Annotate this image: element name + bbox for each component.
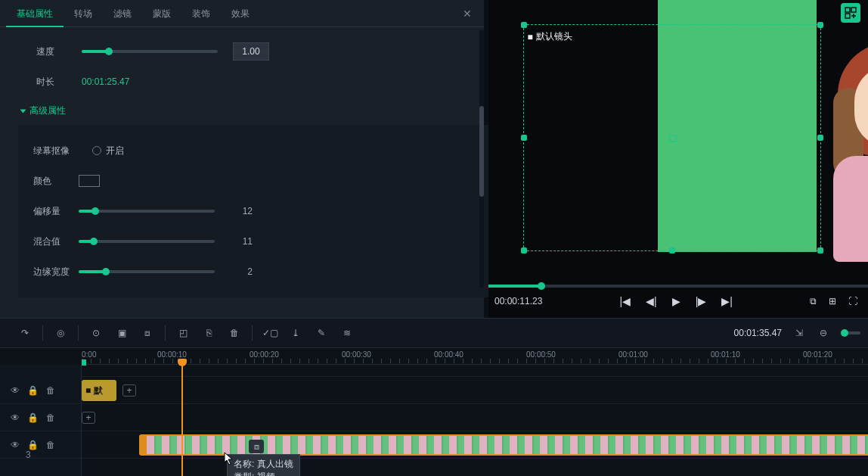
camera-label-text: 默认镜头: [536, 30, 572, 43]
ruler-tick: 00:00:40: [434, 350, 463, 359]
snapshot-button[interactable]: ⧉: [810, 296, 817, 306]
lock-toggle[interactable]: 🔒: [27, 440, 39, 450]
tab-basic[interactable]: 基础属性: [6, 0, 64, 27]
visibility-toggle[interactable]: 👁: [11, 412, 20, 423]
properties-panel: 基础属性 转场 滤镜 蒙版 装饰 效果 ✕ 速度 1.00 时长 00:01:2…: [0, 0, 484, 318]
marker-lane[interactable]: [82, 365, 868, 377]
color-swatch[interactable]: [79, 175, 100, 187]
ruler-tick: 00:01:10: [711, 350, 740, 359]
redo-button[interactable]: ↶: [18, 326, 32, 340]
time-ruler[interactable]: 0:00 00:00:10 00:00:20 00:00:30 00:00:40…: [82, 348, 868, 365]
advanced-section-header[interactable]: 高级属性: [21, 104, 466, 117]
next-frame-button[interactable]: |▶: [696, 295, 707, 307]
duration-value: 00:01:25.47: [82, 76, 129, 87]
edge-slider[interactable]: [79, 270, 215, 273]
clip-add-handle[interactable]: +: [82, 412, 95, 424]
color-label: 颜色: [33, 175, 79, 188]
duration-label: 时长: [36, 76, 82, 89]
track-3[interactable]: ⧈: [82, 431, 868, 459]
ruler-tick: 00:01:20: [803, 350, 832, 359]
close-panel-button[interactable]: ✕: [457, 8, 478, 20]
delete-button[interactable]: 🗑: [228, 326, 241, 340]
split-clip-button[interactable]: ⧈: [141, 326, 154, 340]
advanced-box: 绿幕抠像 开启 颜色 偏移量 12 混合值 11 边缘宽度 2: [18, 125, 496, 297]
lock-toggle[interactable]: 🔒: [27, 385, 39, 396]
ruler-tick: 0:00: [82, 350, 96, 359]
copy-button[interactable]: ⎘: [202, 326, 215, 340]
image-button[interactable]: ✓▢: [263, 326, 277, 340]
clip-label: 默: [94, 384, 103, 397]
tab-transition[interactable]: 转场: [64, 0, 103, 27]
delete-track-button[interactable]: 🗑: [46, 385, 55, 396]
visibility-toggle[interactable]: 👁: [11, 440, 20, 450]
clip-split-button[interactable]: ⧈: [249, 440, 264, 453]
timeline-lanes: ■ 默 + + ⧈: [82, 365, 868, 476]
ruler-tick: 00:00:20: [250, 350, 279, 359]
playhead[interactable]: [181, 365, 183, 476]
offset-slider[interactable]: [79, 210, 215, 213]
prev-clip-button[interactable]: |◀: [619, 295, 631, 307]
fit-button[interactable]: ⇲: [792, 326, 806, 340]
selection-box[interactable]: [523, 24, 821, 251]
export-button[interactable]: ⤓: [289, 326, 302, 340]
toolbar-time: 00:01:35.47: [734, 328, 782, 338]
chroma-toggle[interactable]: 开启: [92, 145, 124, 157]
layers-button[interactable]: ≋: [340, 326, 354, 340]
ruler-tick: 00:00:30: [342, 350, 371, 359]
mouse-cursor: [224, 452, 234, 464]
delete-track-button[interactable]: 🗑: [46, 440, 55, 450]
clip-add-handle[interactable]: +: [122, 384, 136, 397]
track-3-label: 3: [26, 450, 31, 460]
tab-effect[interactable]: 效果: [221, 0, 260, 27]
ruler-tick: 00:01:00: [618, 350, 648, 359]
mark-out-button[interactable]: ▣: [115, 326, 129, 340]
property-tabs: 基础属性 转场 滤镜 蒙版 装饰 效果 ✕: [0, 0, 484, 27]
tooltip-name-label: 名称:: [234, 459, 254, 469]
clip-camera[interactable]: ■ 默: [82, 380, 116, 401]
track-2[interactable]: +: [82, 404, 868, 431]
clip-video-main[interactable]: ⧈: [139, 434, 868, 456]
zoom-out-button[interactable]: ⊖: [817, 326, 830, 340]
property-body: 速度 1.00 时长 00:01:25.47 高级属性 绿幕抠像 开启 颜色 偏…: [0, 27, 484, 306]
visibility-toggle[interactable]: 👁: [11, 385, 20, 396]
edge-value: 2: [230, 266, 253, 277]
tab-mask[interactable]: 蒙版: [142, 0, 181, 27]
fullscreen-button[interactable]: ⛶: [848, 296, 857, 306]
track-header-1: 👁 🔒 🗑: [0, 377, 81, 404]
target-button[interactable]: ◎: [54, 326, 67, 340]
grid-button[interactable]: ⊞: [829, 296, 836, 306]
blend-label: 混合值: [33, 235, 79, 248]
playback-controls: 00:00:11.23 |◀ ◀| ▶ |▶ ▶| ⧉ ⊞ ⛶: [488, 291, 868, 312]
timeline-toolbar: ↶ ◎ ⊙ ▣ ⧈ ◰ ⎘ 🗑 ✓▢ ⤓ ✎ ≋ 00:01:35.47 ⇲ ⊖: [0, 318, 868, 348]
camera-icon: ■: [528, 32, 533, 42]
edit-button[interactable]: ✎: [315, 326, 328, 340]
tooltip-type-label: 类型:: [234, 471, 254, 476]
svg-rect-1: [851, 8, 856, 12]
timeline-panel: 0:00 00:00:10 00:00:20 00:00:30 00:00:40…: [0, 348, 868, 476]
blend-slider[interactable]: [79, 240, 215, 243]
preview-progress[interactable]: [488, 285, 868, 288]
ruler-tick: 00:00:10: [157, 350, 187, 359]
edge-label: 边缘宽度: [33, 266, 79, 278]
track-1[interactable]: ■ 默 +: [82, 377, 868, 404]
tab-decorate[interactable]: 装饰: [181, 0, 221, 27]
preview-canvas[interactable]: ■ 默认镜头: [507, 0, 851, 272]
prev-frame-button[interactable]: ◀|: [646, 295, 657, 307]
track-header-3: 👁 🔒 🗑: [0, 431, 81, 459]
next-clip-button[interactable]: ▶|: [721, 295, 733, 307]
camera-icon: ■: [85, 385, 91, 396]
crop-button[interactable]: ◰: [176, 326, 190, 340]
ruler-tick: 00:00:50: [526, 350, 556, 359]
offset-label: 偏移量: [33, 205, 79, 218]
scrollbar-thumb[interactable]: [479, 106, 484, 197]
lock-toggle[interactable]: 🔒: [27, 412, 39, 423]
speed-value[interactable]: 1.00: [233, 42, 269, 61]
play-button[interactable]: ▶: [672, 295, 680, 307]
clip-tooltip: 名称: 真人出镜 类型: 视频: [227, 454, 300, 476]
zoom-slider[interactable]: [841, 331, 860, 334]
tooltip-type-value: 视频: [257, 471, 275, 476]
speed-slider[interactable]: [82, 50, 218, 53]
mark-in-button[interactable]: ⊙: [89, 326, 103, 340]
tab-filter[interactable]: 滤镜: [103, 0, 142, 27]
delete-track-button[interactable]: 🗑: [46, 412, 55, 423]
